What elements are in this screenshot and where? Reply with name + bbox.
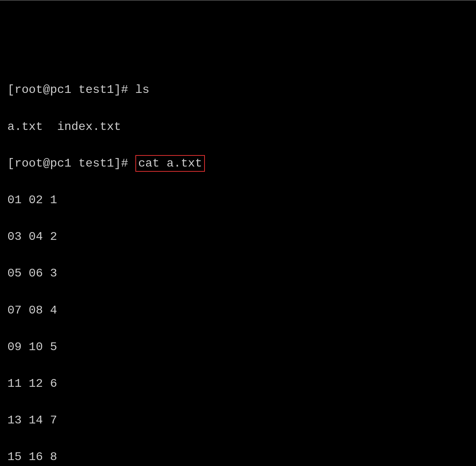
highlighted-command-cat-a: cat a.txt bbox=[135, 155, 205, 172]
terminal-line-prompt-cat-a: [root@pc1 test1]# cat a.txt bbox=[7, 154, 469, 173]
output-line: 05 06 3 bbox=[7, 264, 469, 283]
ls-output: a.txt index.txt bbox=[7, 118, 469, 136]
output-line: 13 14 7 bbox=[7, 411, 469, 430]
output-line: 03 04 2 bbox=[7, 228, 469, 246]
shell-prompt: [root@pc1 test1]# bbox=[7, 83, 135, 97]
terminal-line-prompt-ls: [root@pc1 test1]# ls bbox=[7, 81, 469, 99]
output-line: 09 10 5 bbox=[7, 338, 469, 356]
output-line: 11 12 6 bbox=[7, 375, 469, 393]
shell-prompt: [root@pc1 test1]# bbox=[7, 157, 135, 170]
output-line: 15 16 8 bbox=[7, 448, 469, 466]
output-line: 01 02 1 bbox=[7, 191, 469, 209]
output-line: 07 08 4 bbox=[7, 301, 469, 320]
command-ls: ls bbox=[135, 83, 149, 97]
